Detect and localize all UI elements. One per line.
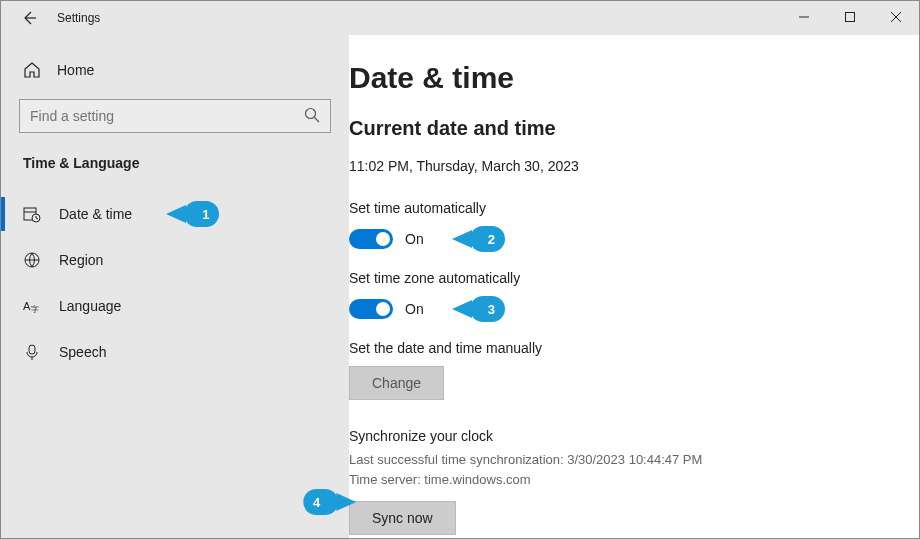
home-label: Home bbox=[57, 62, 94, 78]
callout-2: 2 bbox=[470, 226, 505, 252]
current-datetime: 11:02 PM, Thursday, March 30, 2023 bbox=[349, 158, 899, 174]
minimize-icon bbox=[798, 11, 810, 23]
set-time-auto-state: On bbox=[405, 231, 424, 247]
svg-line-6 bbox=[315, 118, 320, 123]
svg-text:A: A bbox=[23, 300, 31, 312]
window-controls bbox=[781, 1, 919, 33]
sync-heading: Synchronize your clock bbox=[349, 428, 899, 444]
section-title: Current date and time bbox=[349, 117, 899, 140]
home-icon bbox=[23, 61, 41, 79]
change-button: Change bbox=[349, 366, 444, 400]
sidebar-item-language[interactable]: A字 Language bbox=[1, 283, 349, 329]
sidebar-item-region[interactable]: Region bbox=[1, 237, 349, 283]
microphone-icon bbox=[23, 343, 41, 361]
set-tz-auto-state: On bbox=[405, 301, 424, 317]
callout-4: 4 bbox=[303, 489, 338, 515]
svg-rect-2 bbox=[846, 13, 855, 22]
search-icon bbox=[303, 106, 321, 124]
sidebar-item-label: Date & time bbox=[59, 206, 132, 222]
maximize-icon bbox=[844, 11, 856, 23]
close-button[interactable] bbox=[873, 1, 919, 33]
maximize-button[interactable] bbox=[827, 1, 873, 33]
close-icon bbox=[890, 11, 902, 23]
home-link[interactable]: Home bbox=[1, 61, 349, 99]
calendar-clock-icon bbox=[23, 205, 41, 223]
svg-rect-15 bbox=[29, 345, 35, 354]
language-icon: A字 bbox=[23, 297, 41, 315]
sync-now-button[interactable]: Sync now bbox=[349, 501, 456, 535]
set-time-auto-label: Set time automatically bbox=[349, 200, 899, 216]
sidebar: Home Time & Language Date & time 1 Regio… bbox=[1, 35, 349, 539]
sidebar-item-label: Speech bbox=[59, 344, 106, 360]
main-content: Date & time Current date and time 11:02 … bbox=[349, 35, 919, 539]
set-tz-auto-toggle[interactable] bbox=[349, 299, 393, 319]
callout-3: 3 bbox=[470, 296, 505, 322]
arrow-left-icon bbox=[21, 10, 37, 26]
page-title: Date & time bbox=[349, 61, 899, 95]
search-input[interactable] bbox=[19, 99, 331, 133]
sidebar-item-label: Region bbox=[59, 252, 103, 268]
set-tz-auto-label: Set time zone automatically bbox=[349, 270, 899, 286]
sidebar-item-speech[interactable]: Speech bbox=[1, 329, 349, 375]
manual-label: Set the date and time manually bbox=[349, 340, 899, 356]
globe-icon bbox=[23, 251, 41, 269]
sidebar-item-label: Language bbox=[59, 298, 121, 314]
set-time-auto-toggle[interactable] bbox=[349, 229, 393, 249]
category-heading: Time & Language bbox=[1, 155, 349, 191]
window-title: Settings bbox=[57, 11, 100, 25]
svg-text:字: 字 bbox=[31, 305, 39, 314]
svg-point-5 bbox=[306, 109, 316, 119]
sync-last: Last successful time synchronization: 3/… bbox=[349, 450, 899, 470]
minimize-button[interactable] bbox=[781, 1, 827, 33]
back-button[interactable] bbox=[15, 4, 43, 32]
callout-1: 1 bbox=[184, 201, 219, 227]
sync-server: Time server: time.windows.com bbox=[349, 470, 899, 490]
sidebar-item-date-time[interactable]: Date & time 1 bbox=[1, 191, 349, 237]
